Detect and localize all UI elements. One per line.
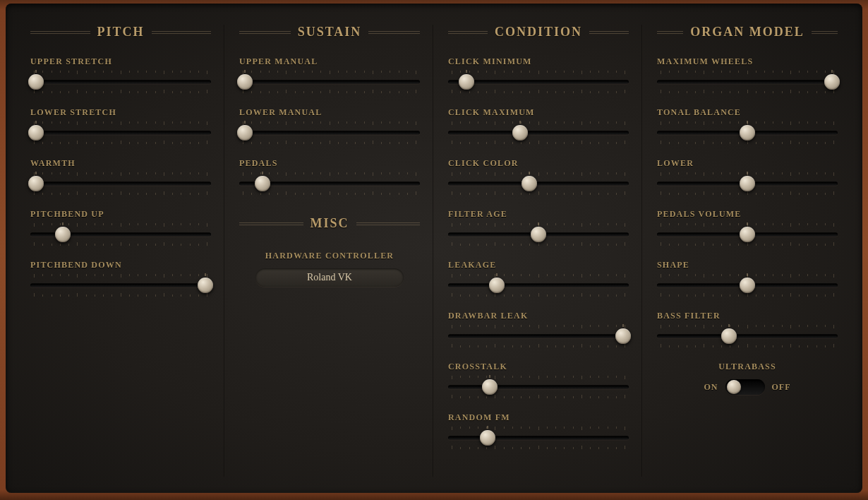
hardware-controller-label: HARDWARE CONTROLLER — [239, 251, 420, 261]
shape-track[interactable] — [657, 274, 838, 297]
maximum-wheels-track[interactable] — [657, 71, 838, 93]
crosstalk-track[interactable] — [448, 376, 629, 398]
maximum-wheels-knob[interactable] — [824, 74, 840, 90]
sustain-sliders: UPPER MANUALLOWER MANUALPEDALS — [239, 56, 420, 195]
click-color-knob[interactable] — [522, 176, 537, 191]
lower-knob[interactable] — [740, 176, 755, 191]
filter-age-track[interactable] — [448, 223, 629, 246]
pitchbend-up-label: PITCHBEND UP — [30, 209, 211, 220]
random-fm-label: RANDOM FM — [448, 412, 629, 423]
tonal-balance-slider: TONAL BALANCE — [657, 107, 838, 144]
click-minimum-label: CLICK MINIMUM — [448, 56, 629, 67]
pedals-knob[interactable] — [255, 176, 270, 191]
filter-age-knob[interactable] — [531, 227, 546, 242]
upper-manual-label: UPPER MANUAL — [239, 56, 420, 67]
pitchbend-down-slider: PITCHBEND DOWN — [30, 260, 211, 297]
ultrabass-on-label: ON — [704, 382, 718, 393]
pedals-volume-track[interactable] — [657, 223, 838, 246]
random-fm-track[interactable] — [448, 427, 629, 449]
condition-title: CONDITION — [488, 25, 589, 40]
pitch-title-row: PITCH — [30, 25, 211, 40]
tonal-balance-track[interactable] — [657, 121, 838, 144]
organ-model-title: ORGAN MODEL — [683, 25, 812, 40]
warmth-track[interactable] — [30, 172, 211, 195]
pedals-volume-knob[interactable] — [740, 227, 755, 242]
pitchbend-up-track[interactable] — [30, 223, 211, 246]
leakage-label: LEAKAGE — [448, 260, 629, 270]
leakage-track[interactable] — [448, 274, 629, 297]
click-maximum-knob[interactable] — [512, 125, 528, 141]
lower-stretch-slider: LOWER STRETCH — [30, 107, 211, 144]
lower-track[interactable] — [657, 172, 838, 195]
lower-manual-track[interactable] — [239, 121, 420, 144]
pedals-slider: PEDALS — [239, 158, 420, 195]
shape-slider: SHAPE — [657, 260, 838, 297]
upper-stretch-knob[interactable] — [28, 74, 44, 90]
pedals-volume-slider: PEDALS VOLUME — [657, 209, 838, 246]
sustain-title: SUSTAIN — [291, 25, 369, 40]
misc-title: MISC — [303, 216, 356, 231]
upper-manual-knob[interactable] — [237, 74, 253, 90]
organ-model-title-row: ORGAN MODEL — [657, 25, 838, 40]
pitchbend-down-knob[interactable] — [198, 278, 213, 293]
organ-model-sliders: MAXIMUM WHEELSTONAL BALANCELOWERPEDALS V… — [657, 56, 838, 347]
click-minimum-track[interactable] — [448, 71, 629, 93]
shape-knob[interactable] — [740, 278, 755, 293]
ultrabass-label: ULTRABASS — [657, 362, 838, 372]
ultrabass-off-label: OFF — [772, 382, 791, 393]
pedals-track[interactable] — [239, 172, 420, 195]
main-panel: PITCH UPPER STRETCHLOWER STRETCHWARMTHPI… — [6, 4, 862, 493]
bass-filter-slider: BASS FILTER — [657, 311, 838, 347]
wood-frame: PITCH UPPER STRETCHLOWER STRETCHWARMTHPI… — [0, 0, 868, 500]
lower-manual-knob[interactable] — [237, 125, 253, 141]
sustain-title-row: SUSTAIN — [239, 25, 420, 40]
pitchbend-up-knob[interactable] — [55, 227, 71, 242]
ultrabass-toggle[interactable] — [725, 379, 765, 395]
upper-manual-slider: UPPER MANUAL — [239, 56, 420, 93]
click-color-slider: CLICK COLOR — [448, 158, 629, 195]
click-maximum-slider: CLICK MAXIMUM — [448, 107, 629, 144]
bass-filter-label: BASS FILTER — [657, 311, 838, 321]
lower-manual-slider: LOWER MANUAL — [239, 107, 420, 144]
pitchbend-down-track[interactable] — [30, 274, 211, 297]
click-color-label: CLICK COLOR — [448, 158, 629, 169]
lower-stretch-track[interactable] — [30, 121, 211, 144]
pitch-column: PITCH UPPER STRETCHLOWER STRETCHWARMTHPI… — [16, 25, 225, 479]
crosstalk-slider: CROSSTALK — [448, 362, 629, 398]
pedals-label: PEDALS — [239, 158, 420, 169]
drawbar-leak-knob[interactable] — [615, 328, 631, 344]
bass-filter-knob[interactable] — [721, 328, 737, 344]
hardware-controller-select[interactable]: Roland VK — [255, 268, 404, 287]
lower-stretch-knob[interactable] — [28, 125, 44, 141]
warmth-knob[interactable] — [28, 176, 44, 191]
lower-slider: LOWER — [657, 158, 838, 195]
drawbar-leak-label: DRAWBAR LEAK — [448, 311, 629, 321]
tonal-balance-knob[interactable] — [740, 125, 755, 141]
click-minimum-slider: CLICK MINIMUM — [448, 56, 629, 93]
drawbar-leak-slider: DRAWBAR LEAK — [448, 311, 629, 347]
lower-label: LOWER — [657, 158, 838, 169]
ultrabass-toggle-knob — [727, 380, 741, 394]
shape-label: SHAPE — [657, 260, 838, 270]
leakage-knob[interactable] — [489, 278, 505, 293]
click-minimum-knob[interactable] — [459, 74, 474, 90]
crosstalk-knob[interactable] — [482, 379, 498, 395]
maximum-wheels-slider: MAXIMUM WHEELS — [657, 56, 838, 93]
ultrabass-block: ULTRABASS ON OFF — [657, 362, 838, 395]
pitchbend-up-slider: PITCHBEND UP — [30, 209, 211, 246]
click-color-track[interactable] — [448, 172, 629, 195]
upper-manual-track[interactable] — [239, 71, 420, 93]
crosstalk-label: CROSSTALK — [448, 362, 629, 372]
warmth-label: WARMTH — [30, 158, 211, 169]
click-maximum-track[interactable] — [448, 121, 629, 144]
random-fm-slider: RANDOM FM — [448, 412, 629, 449]
drawbar-leak-track[interactable] — [448, 325, 629, 347]
lower-manual-label: LOWER MANUAL — [239, 107, 420, 118]
organ-model-column: ORGAN MODEL MAXIMUM WHEELSTONAL BALANCEL… — [643, 25, 852, 479]
filter-age-label: FILTER AGE — [448, 209, 629, 220]
upper-stretch-track[interactable] — [30, 71, 211, 93]
random-fm-knob[interactable] — [480, 430, 495, 446]
upper-stretch-slider: UPPER STRETCH — [30, 56, 211, 93]
pitch-title: PITCH — [90, 25, 152, 40]
bass-filter-track[interactable] — [657, 325, 838, 347]
